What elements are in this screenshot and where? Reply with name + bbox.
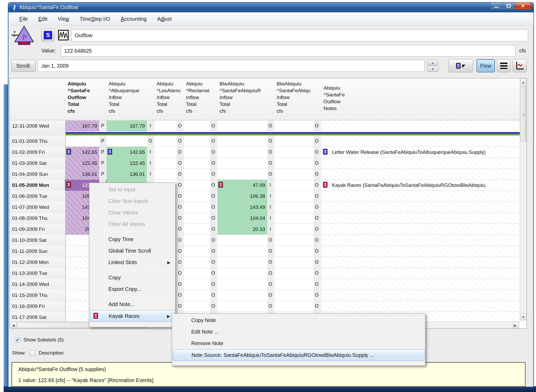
table-row[interactable]: 12-31-2008 Wed167.79P167.79IOOOO — [10, 121, 520, 132]
cell-value[interactable]: 142.65 — [107, 147, 147, 158]
menu-view[interactable]: View — [54, 14, 73, 24]
table-row[interactable]: 01-03-2009 Sat122.45P122.45IOOOO — [10, 158, 520, 169]
menu-item-copy-note[interactable]: Copy Note — [173, 315, 424, 326]
menu-adjust[interactable]: Adjust — [153, 14, 176, 24]
table-body[interactable]: 12-31-2008 Wed167.79P167.79IOOOO01-01-20… — [10, 121, 520, 322]
cell-notes[interactable]: Letter Water Release (SantaFeAbiquiuToAl… — [321, 147, 520, 158]
cell-notes[interactable] — [321, 235, 520, 246]
spinner-down-icon[interactable]: ▼ — [427, 66, 439, 72]
titlebar[interactable]: Abiquiu^SantaFe.Outflow ✕ — [8, 2, 534, 12]
column-header-2[interactable]: Abiquiu ^LosAlamc Inflow Total cfs — [157, 80, 182, 115]
flow-unit-button[interactable]: Flow — [477, 59, 495, 72]
cell-value[interactable]: 136.01 — [107, 169, 147, 180]
menu-item-edit-note-[interactable]: Edit Note ... — [173, 326, 424, 338]
slot-name-field[interactable]: Outflow — [71, 29, 528, 41]
cell-notes[interactable] — [321, 213, 520, 224]
scroll-button[interactable]: Scroll: — [12, 60, 36, 72]
cell-value[interactable]: 143.49 — [217, 202, 267, 213]
menu-item-remove-note[interactable]: Remove Note — [173, 338, 424, 349]
scroll-right-icon[interactable]: ▶ — [512, 322, 518, 328]
column-header-6[interactable]: Abiquiu ^SantaFe Outflow Notes — [324, 85, 517, 112]
table-row[interactable]: 01-16-2009 FriPOOOO — [10, 301, 520, 312]
date-scroll-field[interactable]: Jan 1, 2009 — [38, 60, 424, 72]
cell-notes[interactable] — [321, 136, 520, 147]
cell-value[interactable]: 167.79 — [107, 121, 147, 132]
cell-notes[interactable] — [321, 279, 520, 290]
cell-notes[interactable] — [321, 121, 520, 132]
table-row[interactable]: 01-13-2009 TuePOOOO — [10, 268, 520, 279]
column-header-5[interactable]: BlwAbiquiu ^SantaFeAbiqu Inflow Total cf… — [277, 80, 319, 115]
table-row[interactable]: 01-09-2009 Fri20.33POO20.33IO — [10, 224, 520, 235]
scroll-up-icon[interactable]: ▲ — [520, 79, 526, 85]
cell-notes[interactable] — [321, 268, 520, 279]
cell-notes[interactable] — [321, 158, 520, 169]
plot-view-button[interactable] — [513, 59, 527, 72]
column-header-1[interactable]: Abiquiu ^Albuquerque Inflow Total cfs — [109, 80, 153, 115]
date-spinner[interactable]: ▲ ▼ — [427, 60, 439, 72]
series-slot-button[interactable]: S — [41, 29, 54, 41]
spinner-up-icon[interactable]: ▲ — [427, 60, 439, 66]
cell-value[interactable]: 20.33 — [217, 224, 267, 235]
maximize-button[interactable] — [502, 2, 515, 10]
show-subslots-checkbox[interactable] — [15, 337, 20, 343]
menu-item-linked-slots[interactable]: Linked Slots▶ — [90, 257, 174, 268]
table-row[interactable]: 01-10-2009 SatPOOOO — [10, 235, 520, 246]
cell-value[interactable]: 122.45 — [107, 158, 147, 169]
description-checkbox[interactable] — [30, 350, 35, 356]
table-row[interactable]: 01-05-2009 Mon122.65P75.56IOO47.09IOKaya… — [10, 180, 520, 191]
cell-notes[interactable] — [321, 257, 520, 268]
menu-item-copy-time[interactable]: Copy Time — [90, 234, 174, 245]
cell-value[interactable] — [65, 136, 99, 147]
cell-value[interactable]: 47.09 — [217, 180, 267, 191]
column-header-4[interactable]: BlwAbiquiu ^SantaFeAbiquiuR Inflow Total… — [220, 80, 273, 115]
menu-item-note-source-santafeabiquiutosantafeabiqu[interactable]: Note Source: SantaFeAbiquiuToSantaFeAbiq… — [173, 349, 424, 361]
cell-notes[interactable] — [321, 169, 520, 180]
table-row[interactable]: 01-08-2009 Thu104.04POO104.04IO — [10, 213, 520, 224]
cell-note-icon[interactable] — [218, 182, 223, 188]
cell-value[interactable]: 167.79 — [65, 121, 99, 132]
menu-accounting[interactable]: Accounting — [117, 14, 151, 24]
note-options-button[interactable]: ◤ — [449, 59, 473, 72]
cell-notes[interactable] — [321, 202, 520, 213]
value-field[interactable]: 122.648625 — [61, 45, 516, 57]
list-view-button[interactable] — [497, 59, 511, 72]
table-row[interactable]: 01-01-2009 ThuPOOOOO — [10, 136, 520, 147]
table-row[interactable]: 01-02-2009 Fri142.65P142.65IOOOOLetter W… — [10, 147, 520, 158]
cell-value[interactable]: 104.04 — [217, 213, 267, 224]
menu-item-add-note-[interactable]: Add Note... — [90, 299, 174, 310]
cell-notes[interactable] — [321, 290, 520, 301]
menu-item-global-time-scroll[interactable]: Global Time Scroll — [90, 245, 174, 257]
table-row[interactable]: 01-07-2009 Wed143.49POO143.49IO — [10, 202, 520, 213]
menu-file[interactable]: File — [15, 14, 32, 24]
menu-timestep-i-o[interactable]: TimeStep I/O — [75, 14, 114, 24]
table-row[interactable]: 01-11-2009 SunPOOOO — [10, 246, 520, 257]
cell-note-icon[interactable] — [67, 182, 71, 188]
cell-notes[interactable] — [321, 191, 520, 202]
close-button[interactable]: ✕ — [515, 2, 531, 10]
menu-item-export-copy-[interactable]: Export Copy... — [90, 284, 174, 295]
table-row[interactable]: 01-12-2009 MonPOOOO — [10, 257, 520, 268]
cell-notes[interactable] — [321, 224, 520, 235]
cell-value[interactable]: 106.38 — [217, 191, 267, 202]
table-row[interactable]: 01-14-2009 WedPOOOO — [10, 279, 520, 290]
cell-note-icon[interactable] — [67, 149, 71, 155]
cell-value[interactable]: 122.45 — [65, 158, 99, 169]
table-row[interactable]: 01-15-2009 ThuPOOOO — [10, 290, 520, 301]
scroll-down-icon[interactable]: ▼ — [520, 314, 526, 320]
minimize-button[interactable] — [490, 2, 503, 10]
cell-notes[interactable] — [321, 246, 520, 257]
table-row[interactable]: 01-04-2009 Sun136.01P136.01IOOOO — [10, 169, 520, 180]
column-header-3[interactable]: Abiquiu ^Reclamat Inflow Total cfs — [186, 80, 216, 115]
column-header-0[interactable]: Abiquiu ^SantaFe Outflow Total cfs — [68, 80, 105, 115]
menu-edit[interactable]: Edit — [34, 14, 51, 24]
cell-note-icon[interactable] — [108, 149, 112, 155]
cell-notes[interactable]: Kayak Races (SantaFeAbiquiuToSantaFeAbiq… — [321, 180, 520, 191]
cell-notes[interactable] — [321, 301, 520, 312]
cell-value[interactable]: 142.65 — [65, 147, 99, 158]
scroll-left-icon[interactable]: ◀ — [10, 322, 17, 328]
menu-item-kayak-races[interactable]: Kayak Races▶ — [90, 310, 174, 322]
vertical-scrollbar[interactable]: ▲ ▼ — [520, 78, 527, 322]
vertical-scroll-thumb[interactable] — [520, 86, 526, 141]
cell-value[interactable]: 136.01 — [65, 169, 99, 180]
reservoir-slot-icon[interactable]: P — [10, 25, 36, 46]
